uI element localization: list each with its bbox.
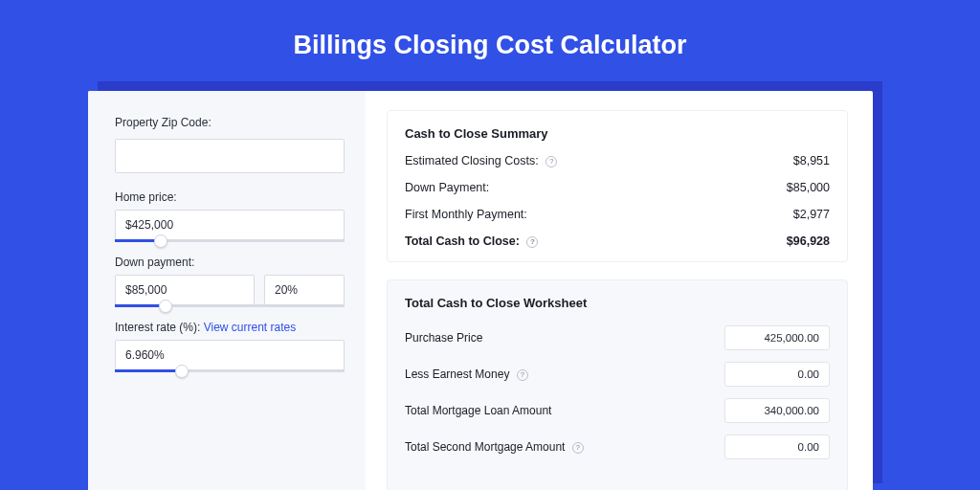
summary-total-label-text: Total Cash to Close: [405, 234, 520, 248]
interest-rate-label: Interest rate (%): View current rates [115, 321, 345, 334]
interest-rate-slider[interactable] [115, 369, 345, 372]
home-price-field: Home price: [115, 190, 345, 242]
help-icon[interactable]: ? [517, 369, 528, 381]
worksheet-row-earnest-money: Less Earnest Money ? [405, 362, 830, 387]
down-payment-slider-thumb[interactable] [159, 300, 172, 313]
interest-rate-field: Interest rate (%): View current rates [115, 321, 345, 372]
worksheet-input-purchase-price[interactable] [724, 325, 830, 350]
down-payment-label: Down payment: [115, 256, 345, 269]
worksheet-label: Purchase Price [405, 331, 482, 345]
cash-to-close-summary: Cash to Close Summary Estimated Closing … [387, 110, 848, 262]
interest-rate-slider-thumb[interactable] [175, 365, 189, 378]
worksheet-title: Total Cash to Close Worksheet [405, 296, 830, 310]
help-icon[interactable]: ? [526, 236, 538, 248]
worksheet-input-loan-amount[interactable] [724, 398, 830, 423]
worksheet-row-second-mortgage: Total Second Mortgage Amount ? [405, 434, 830, 459]
interest-rate-input[interactable] [115, 340, 345, 370]
worksheet-row-purchase-price: Purchase Price [405, 325, 830, 350]
down-payment-slider[interactable] [115, 304, 345, 307]
zip-field: Property Zip Code: [115, 116, 345, 173]
worksheet-input-second-mortgage[interactable] [724, 434, 830, 459]
worksheet-row-loan-amount: Total Mortgage Loan Amount [405, 398, 830, 423]
worksheet-label-text: Total Second Mortgage Amount [405, 440, 565, 454]
summary-value: $8,951 [793, 154, 830, 167]
summary-label: First Monthly Payment: [405, 208, 527, 221]
summary-value: $85,000 [787, 181, 830, 194]
summary-value: $2,977 [793, 208, 830, 221]
summary-total-value: $96,928 [787, 234, 830, 248]
calculator-card: Property Zip Code: Home price: Down paym… [88, 91, 873, 490]
worksheet-input-earnest-money[interactable] [724, 362, 830, 387]
down-payment-input[interactable] [115, 275, 255, 305]
worksheet-label: Less Earnest Money ? [405, 368, 528, 381]
summary-label: Estimated Closing Costs: ? [405, 154, 557, 167]
results-panel: Cash to Close Summary Estimated Closing … [366, 91, 873, 490]
home-price-input[interactable] [115, 210, 345, 240]
page-title: Billings Closing Cost Calculator [0, 0, 980, 81]
summary-total-label: Total Cash to Close: ? [405, 234, 538, 248]
help-icon[interactable]: ? [546, 156, 557, 167]
worksheet: Total Cash to Close Worksheet Purchase P… [387, 279, 848, 490]
interest-rate-label-text: Interest rate (%): [115, 321, 204, 334]
worksheet-label-text: Less Earnest Money [405, 368, 509, 381]
summary-row-total: Total Cash to Close: ? $96,928 [405, 234, 830, 248]
summary-row-closing-costs: Estimated Closing Costs: ? $8,951 [405, 154, 830, 167]
home-price-label: Home price: [115, 190, 345, 204]
down-payment-pct-input[interactable] [264, 275, 345, 305]
summary-row-down-payment: Down Payment: $85,000 [405, 181, 830, 194]
card-shadow: Property Zip Code: Home price: Down paym… [98, 81, 882, 483]
zip-label: Property Zip Code: [115, 116, 345, 129]
interest-rate-slider-fill [115, 369, 182, 372]
summary-label: Down Payment: [405, 181, 489, 194]
worksheet-label: Total Mortgage Loan Amount [405, 404, 551, 417]
view-rates-link[interactable]: View current rates [204, 321, 297, 334]
help-icon[interactable]: ? [572, 442, 584, 454]
summary-row-first-payment: First Monthly Payment: $2,977 [405, 208, 830, 221]
summary-label-text: Estimated Closing Costs: [405, 154, 539, 167]
home-price-slider[interactable] [115, 239, 345, 242]
down-payment-field: Down payment: [115, 256, 345, 307]
summary-title: Cash to Close Summary [405, 126, 830, 141]
inputs-panel: Property Zip Code: Home price: Down paym… [88, 91, 366, 490]
worksheet-label: Total Second Mortgage Amount ? [405, 440, 584, 454]
home-price-slider-thumb[interactable] [154, 234, 167, 248]
zip-input[interactable] [115, 139, 345, 173]
